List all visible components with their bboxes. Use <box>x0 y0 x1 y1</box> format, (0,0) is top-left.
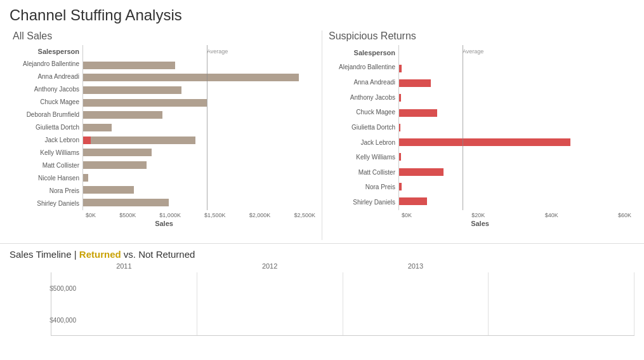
bar-matt <box>83 161 147 169</box>
sus-label-7: Matt Collister <box>358 167 395 178</box>
bar-deborah <box>83 111 162 119</box>
timeline-grid: 2011 2012 2013 <box>51 272 634 335</box>
bar-chuck <box>83 99 207 107</box>
all-sales-label-3: Chuck Magee <box>40 97 79 108</box>
bar-giulietta <box>83 124 112 131</box>
bar-jack-tan <box>91 137 195 144</box>
x-label-2: $1,000K <box>159 212 181 218</box>
suspicious-x-axis: $0K $20K $40K $60K <box>329 212 631 218</box>
table-row <box>399 122 631 133</box>
all-sales-label-9: Nicole Hansen <box>38 173 79 184</box>
table-row <box>399 107 631 119</box>
sus-bar-alejandro <box>399 65 402 72</box>
table-row <box>399 151 631 163</box>
timeline-returned-label: Returned <box>79 249 121 260</box>
timeline-not-returned-label: vs. Not Returned <box>124 249 195 260</box>
table-row <box>83 109 315 121</box>
table-row <box>83 159 315 171</box>
x-label-4: $2,000K <box>249 212 271 218</box>
x-label-3: $1,500K <box>204 212 226 218</box>
timeline-wrapper: $500,000 $400,000 2011 2012 2013 <box>10 272 634 336</box>
timeline-plot: 2011 2012 2013 <box>51 272 634 336</box>
all-sales-x-axis: $0K $500K $1,000K $1,500K $2,000K $2,500… <box>13 212 315 218</box>
table-row <box>83 172 315 183</box>
all-sales-label-2: Anthony Jacobs <box>34 84 79 95</box>
sus-x-label-1: $20K <box>471 212 485 218</box>
bar-kelly <box>83 149 152 156</box>
sus-label-3: Chuck Magee <box>356 107 395 118</box>
suspicious-returns-chart: Salesperson Alejandro Ballentine Anna An… <box>329 45 631 229</box>
all-sales-label-6: Jack Lebron <box>45 135 79 146</box>
all-sales-bar-header-spacer <box>83 47 315 58</box>
table-row <box>83 197 315 208</box>
table-row <box>83 60 315 71</box>
table-row <box>83 84 315 96</box>
sus-label-1: Anna Andreadi <box>353 77 395 88</box>
sus-label-9: Shirley Daniels <box>353 197 395 208</box>
table-row <box>399 63 631 74</box>
all-sales-section: All Sales Salesperson Alejandro Ballenti… <box>6 27 322 243</box>
suspicious-returns-title: Suspicious Returns <box>329 30 631 42</box>
all-sales-bars-area: Average <box>82 45 315 210</box>
sus-label-8: Nora Preis <box>365 182 395 193</box>
all-sales-label-0: Alejandro Ballentine <box>23 58 79 70</box>
bar-anna <box>83 74 299 81</box>
suspicious-avg-label: Average <box>463 48 483 55</box>
sus-bar-anna <box>399 79 431 87</box>
table-row <box>83 97 315 109</box>
bar-nora <box>83 186 134 194</box>
bar-alejandro <box>83 62 175 69</box>
table-row <box>83 72 315 83</box>
all-sales-label-11: Shirley Daniels <box>37 198 79 210</box>
sus-bar-nora <box>399 183 402 190</box>
sales-timeline-title: Sales Timeline | Returned vs. Not Return… <box>10 249 634 260</box>
table-row <box>399 77 631 89</box>
all-sales-label-10: Nora Preis <box>49 185 79 197</box>
sus-label-5: Jack Lebron <box>361 137 395 149</box>
sus-x-label-3: $60K <box>618 212 631 218</box>
sus-label-2: Anthony Jacobs <box>350 92 395 103</box>
all-sales-chart: Salesperson Alejandro Ballentine Anna An… <box>13 45 315 229</box>
bar-anthony <box>83 86 181 94</box>
timeline-col-2011: 2011 <box>51 272 197 335</box>
timeline-year-2013: 2013 <box>408 262 423 270</box>
sus-x-label-2: $40K <box>545 212 558 218</box>
sus-label-4: Giulietta Dortch <box>352 122 395 133</box>
all-sales-label-4: Deborah Brumfield <box>27 109 79 121</box>
timeline-year-2012: 2012 <box>262 262 277 270</box>
table-row <box>399 166 631 178</box>
table-row <box>83 147 315 158</box>
suspicious-bars-container <box>399 45 631 210</box>
x-label-1: $500K <box>119 212 136 218</box>
all-sales-label-1: Anna Andreadi <box>37 71 79 83</box>
charts-row: All Sales Salesperson Alejandro Ballenti… <box>0 27 644 243</box>
all-sales-bars-container <box>83 45 315 210</box>
all-sales-label-8: Matt Collister <box>43 160 79 171</box>
sus-label-6: Kelly Williams <box>356 152 395 163</box>
timeline-main-label: Sales Timeline <box>10 249 72 260</box>
table-row <box>399 92 631 103</box>
sus-bar-anthony <box>399 94 401 102</box>
suspicious-bars-area: Average <box>398 45 631 210</box>
table-row <box>399 196 631 207</box>
bar-nicole <box>83 174 88 182</box>
suspicious-returns-section: Suspicious Returns Salesperson Alejandro… <box>322 27 638 243</box>
page-title: Channel Stuffing Analysis <box>0 0 644 27</box>
sales-timeline-section: Sales Timeline | Returned vs. Not Return… <box>0 243 644 339</box>
sus-bar-jack <box>399 138 570 146</box>
table-row <box>83 135 315 146</box>
table-row <box>83 122 315 133</box>
all-sales-y-labels: Salesperson Alejandro Ballentine Anna An… <box>13 45 82 210</box>
table-row <box>399 137 631 148</box>
bar-jack-red <box>83 137 91 144</box>
sus-bar-kelly <box>399 153 401 161</box>
bar-shirley <box>83 199 169 206</box>
x-label-0: $0K <box>86 212 96 218</box>
suspicious-axis-title: Sales <box>329 220 631 227</box>
all-sales-col-header: Salesperson <box>38 46 79 57</box>
all-sales-label-7: Kelly Williams <box>40 147 79 159</box>
all-sales-avg-line: Average <box>207 45 207 210</box>
sus-bar-chuck <box>399 109 437 117</box>
all-sales-label-5: Giulietta Dortch <box>36 122 79 133</box>
sus-x-label-0: $0K <box>402 212 412 218</box>
